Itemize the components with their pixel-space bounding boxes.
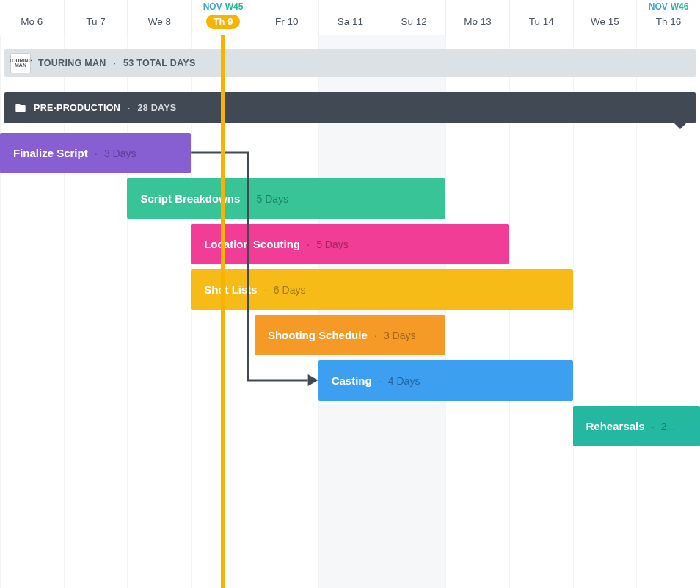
task-duration: 2... bbox=[661, 421, 675, 432]
task-title: Rehearsals bbox=[586, 420, 645, 432]
timeline-header: Mo 6Tu 7We 8NovW45Th 9Fr 10Sa 11Su 12Mo … bbox=[0, 0, 700, 35]
separator-dot: · bbox=[128, 103, 131, 113]
phase-summary-text: PRE-PRODUCTION · 28 DAYS bbox=[34, 103, 177, 113]
date-label: Th 9 bbox=[192, 16, 255, 30]
date-column[interactable]: We 8 bbox=[127, 0, 191, 35]
task-title: Script Breakdowns bbox=[140, 192, 240, 205]
separator-dot: · bbox=[652, 420, 655, 432]
project-name: TOURING MAN bbox=[38, 58, 106, 68]
task-title: Shot Lists bbox=[204, 283, 258, 296]
date-column[interactable]: Tu 7 bbox=[64, 0, 128, 35]
task-duration: 6 Days bbox=[274, 284, 306, 296]
project-summary-text: TOURING MAN · 53 TOTAL DAYS bbox=[38, 58, 196, 68]
task-duration: 3 Days bbox=[104, 148, 136, 159]
task-bar[interactable]: Shooting Schedule·3 Days bbox=[255, 315, 445, 355]
project-logo: TOURING MAN bbox=[10, 53, 31, 73]
date-label: Tu 7 bbox=[65, 16, 128, 27]
date-column[interactable]: Su 12 bbox=[382, 0, 445, 35]
date-label: Fr 10 bbox=[255, 16, 318, 27]
task-title: Shooting Schedule bbox=[268, 329, 368, 341]
date-column[interactable]: Tu 14 bbox=[509, 0, 573, 35]
task-title: Location Scouting bbox=[204, 238, 300, 250]
task-bar[interactable]: Script Breakdowns·5 Days bbox=[127, 178, 445, 219]
task-bar[interactable]: Location Scouting·5 Days bbox=[191, 224, 509, 264]
date-label: Mo 13 bbox=[446, 16, 509, 27]
week-tag: NovW46 bbox=[637, 1, 700, 12]
task-duration: 4 Days bbox=[388, 375, 420, 387]
gantt-chart-area[interactable]: TOURING MAN TOURING MAN · 53 TOTAL DAYS … bbox=[0, 35, 700, 588]
separator-dot: · bbox=[374, 329, 377, 341]
separator-dot: · bbox=[264, 283, 267, 296]
folder-icon bbox=[15, 102, 26, 114]
today-chip: Th 9 bbox=[206, 15, 241, 29]
date-label: Su 12 bbox=[382, 16, 445, 27]
date-label: Sa 11 bbox=[319, 16, 382, 27]
week-tag: NovW45 bbox=[192, 1, 255, 12]
phase-summary-row[interactable]: PRE-PRODUCTION · 28 DAYS bbox=[4, 92, 696, 123]
date-column[interactable]: Mo 6 bbox=[0, 0, 64, 35]
task-bar[interactable]: Rehearsals·2... bbox=[573, 406, 700, 446]
task-title: Finalize Script bbox=[13, 147, 88, 159]
date-column[interactable]: NovW46Th 16 bbox=[636, 0, 700, 35]
date-column[interactable]: Fr 10 bbox=[255, 0, 318, 35]
task-duration: 5 Days bbox=[257, 193, 289, 205]
separator-dot: · bbox=[95, 147, 98, 159]
separator-dot: · bbox=[247, 192, 249, 205]
phase-days: 28 DAYS bbox=[137, 103, 176, 113]
date-label: We 15 bbox=[574, 16, 637, 27]
task-bar[interactable]: Shot Lists·6 Days bbox=[191, 269, 572, 310]
date-label: Mo 6 bbox=[0, 16, 64, 27]
separator-dot: · bbox=[379, 374, 382, 387]
task-duration: 3 Days bbox=[384, 330, 416, 341]
project-days: 53 TOTAL DAYS bbox=[123, 58, 196, 68]
task-duration: 5 Days bbox=[316, 239, 349, 250]
date-column[interactable]: NovW45Th 9 bbox=[191, 0, 255, 35]
phase-name: PRE-PRODUCTION bbox=[34, 103, 120, 113]
date-label: Th 16 bbox=[637, 16, 700, 27]
project-summary-row[interactable]: TOURING MAN TOURING MAN · 53 TOTAL DAYS bbox=[4, 49, 696, 77]
svg-marker-0 bbox=[308, 374, 318, 386]
task-title: Casting bbox=[332, 374, 372, 387]
task-bar[interactable]: Casting·4 Days bbox=[318, 360, 573, 401]
date-label: We 8 bbox=[128, 16, 191, 27]
date-label: Tu 14 bbox=[510, 16, 573, 27]
task-bar[interactable]: Finalize Script·3 Days bbox=[0, 133, 191, 173]
date-column[interactable]: Mo 13 bbox=[445, 0, 509, 35]
separator-dot: · bbox=[113, 58, 116, 68]
date-column[interactable]: We 15 bbox=[573, 0, 637, 35]
separator-dot: · bbox=[307, 238, 310, 250]
date-column[interactable]: Sa 11 bbox=[318, 0, 382, 35]
